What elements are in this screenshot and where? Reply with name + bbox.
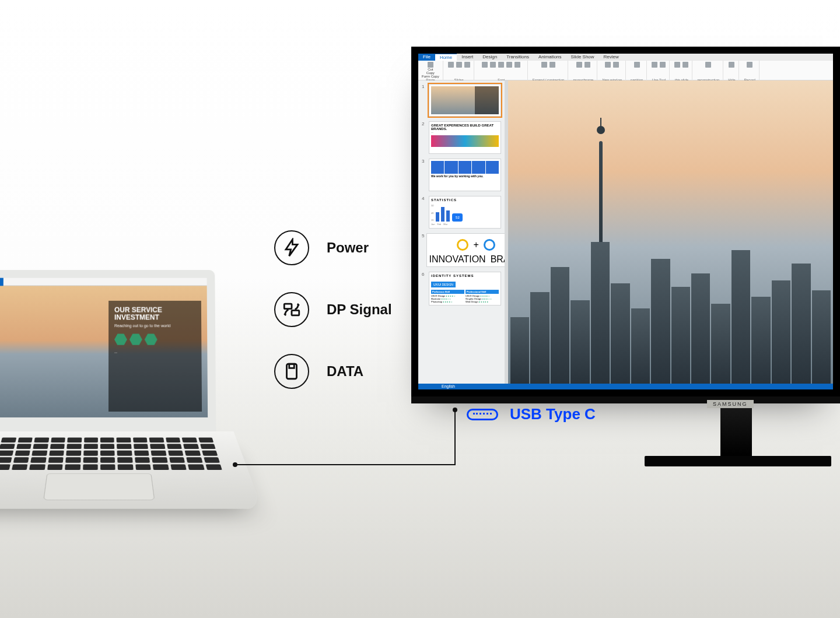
thumb-index: 6 (422, 272, 426, 306)
laptop-keyboard (0, 437, 222, 470)
col-a-head: Preference Skill (431, 290, 464, 294)
bold-icon[interactable] (482, 62, 488, 68)
new-slide-icon[interactable] (448, 62, 454, 68)
app-ribbon: File Home Insert Design Transitions Anim… (418, 54, 833, 80)
ribbon-group-expand: Expand / contraction (529, 61, 569, 83)
col-a-2: Photoshop (431, 300, 442, 303)
ytick: 40 (431, 212, 433, 215)
thumb-index: 2 (422, 121, 426, 154)
thumb-2-sub: — (431, 131, 499, 134)
hex-icon (130, 333, 142, 345)
thumb-1[interactable]: 1 (422, 84, 501, 117)
ytick: 50 (431, 204, 433, 207)
thumb-2[interactable]: 2 GREAT EXPERIENCES BUILD GREAT BRANDS. … (422, 121, 501, 154)
feature-power: Power (274, 230, 392, 265)
thumb-2-image (431, 135, 499, 147)
font-size-icon[interactable] (514, 62, 520, 68)
thumb-4-callout: 52 (452, 213, 463, 222)
font-color-icon[interactable] (506, 62, 512, 68)
tab-review[interactable]: Review (599, 54, 624, 61)
tab-slide-show[interactable]: Slide Show (566, 54, 599, 61)
ribbon-group-record: Record (740, 61, 759, 83)
hide-icon[interactable] (729, 62, 734, 68)
speaker-tool-icon[interactable] (660, 62, 666, 68)
reconstruction-icon[interactable] (705, 62, 711, 68)
ribbon-group-thisslide: this slide (671, 61, 692, 83)
laptop-slide-subtitle: Reaching out to go to the world (114, 324, 195, 328)
italic-icon[interactable] (490, 62, 496, 68)
laptop-slide-bodycopy: — (114, 351, 195, 354)
ribbon-group-slides: Slides (444, 61, 474, 83)
thumb-index: 1 (422, 84, 426, 117)
ribbon-group-font: Font (475, 61, 528, 83)
laptop-trackpad (43, 473, 155, 500)
ribbon-group-recon: reconstruction (694, 61, 723, 83)
ribbon-group-mono: monochrome (569, 61, 597, 83)
thumb-5[interactable]: 5 + INNOVATION BRAND (422, 233, 501, 267)
slide-canvas (505, 80, 833, 384)
fixed-icon[interactable] (550, 62, 555, 68)
monitor-bezel: File Home Insert Design Transitions Anim… (411, 47, 840, 396)
statusbar-language: English (442, 384, 455, 388)
tab-design[interactable]: Design (478, 54, 502, 61)
partition-icon[interactable] (634, 62, 640, 68)
thumb-index: 5 (422, 233, 424, 267)
play-icon[interactable] (674, 62, 680, 68)
thumb-6[interactable]: 6 IDENTITY SYSTEMS UX/UI DESIGN Preferen… (422, 272, 501, 306)
xlabel: Feb (437, 223, 441, 226)
thumb-2-title: GREAT EXPERIENCES BUILD GREAT BRANDS. (431, 124, 499, 131)
feature-data: DATA (274, 354, 392, 389)
ribbon-groups: Cut Copy Form Copy Paste Slides Font (418, 61, 833, 83)
layout-icon[interactable] (456, 62, 462, 68)
tab-animations[interactable]: Animations (534, 54, 566, 61)
ribbon-group-hide: Hide (724, 61, 739, 83)
expand-icon[interactable] (541, 62, 547, 68)
thumb-4[interactable]: 4 STATISTICS 50 40 20 (422, 196, 501, 229)
paste-icon[interactable] (428, 62, 433, 68)
skyline (508, 217, 833, 384)
thumb-index: 3 (422, 159, 426, 191)
app-body: 1 2 GREAT EXPERIENCES BUILD GREAT BRANDS… (418, 80, 833, 384)
thumb-1-preview (431, 86, 499, 114)
record-icon[interactable] (747, 62, 752, 68)
monitor-neck (720, 403, 752, 456)
col-b-head: Professional Skill (466, 290, 499, 294)
feature-dp-signal: DP Signal (274, 292, 392, 327)
thumb-3-grid (431, 161, 499, 174)
underline-icon[interactable] (498, 62, 504, 68)
tab-insert[interactable]: Insert (457, 54, 478, 61)
thumb-5-left: INNOVATION (429, 254, 485, 265)
svg-rect-1 (292, 310, 299, 315)
new-window-icon[interactable] (605, 62, 611, 68)
feature-dp-signal-label: DP Signal (327, 301, 392, 318)
reset-icon[interactable] (464, 62, 470, 68)
laptop: OUR SERVICE INVESTMENT Reaching out to g… (0, 270, 252, 543)
align-icon[interactable] (613, 62, 619, 68)
ribbon-group-partition: partition (627, 61, 647, 83)
tab-file[interactable]: File (418, 54, 435, 61)
thumb-3[interactable]: 3 We work for you by working with you. (422, 159, 501, 191)
svg-rect-3 (289, 364, 295, 368)
dp-signal-icon (274, 292, 309, 327)
grayscale-icon[interactable] (584, 62, 590, 68)
usb-c-port-icon (467, 409, 498, 420)
thumb-3-title: We work for you by working with you. (431, 175, 499, 178)
from-icon[interactable] (682, 62, 688, 68)
monitor-chin (411, 396, 840, 403)
laptop-base (0, 431, 262, 509)
monitor-foot (645, 456, 831, 466)
color-icon[interactable] (576, 62, 582, 68)
hex-icon (114, 333, 127, 345)
hex-badges (114, 333, 195, 345)
monitor-icon[interactable] (652, 62, 657, 68)
thumb-index: 4 (422, 196, 426, 229)
data-icon (274, 354, 309, 389)
ytick: 20 (431, 219, 433, 222)
thumb-4-bars (436, 204, 450, 222)
tab-transitions[interactable]: Transitions (502, 54, 534, 61)
monitor-screen: File Home Insert Design Transitions Anim… (418, 54, 833, 389)
monitor: File Home Insert Design Transitions Anim… (411, 47, 840, 466)
tab-home[interactable]: Home (435, 54, 457, 61)
laptop-file-tab (0, 278, 4, 286)
thumb-6-chip: UX/UI DESIGN (431, 282, 456, 287)
